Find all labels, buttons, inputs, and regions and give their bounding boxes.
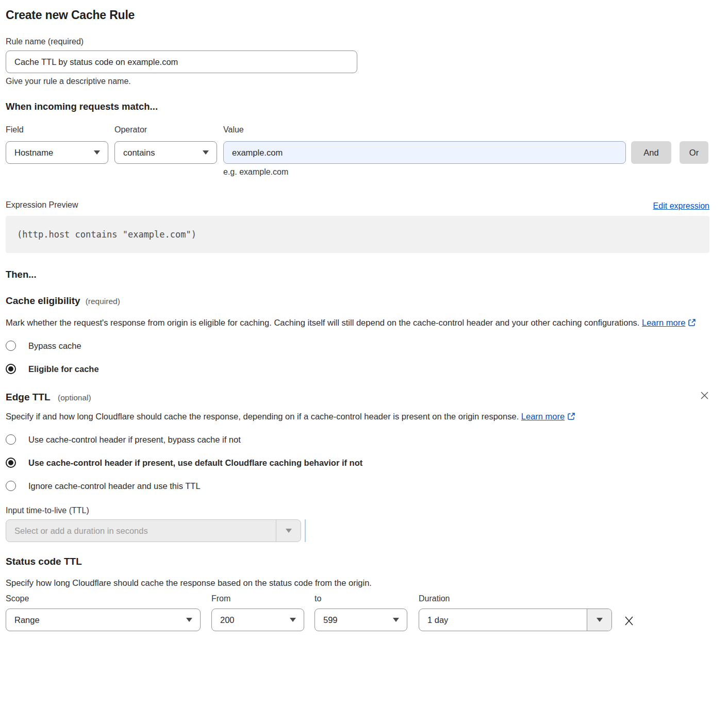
edge-ttl-option-ignore[interactable]: Ignore cache-control header and use this…	[6, 481, 709, 491]
ttl-duration-select[interactable]: Select or add a duration in seconds	[6, 519, 301, 542]
edge-ttl-heading-row: Edge TTL (optional)	[6, 391, 709, 403]
duration-select-value: 1 day	[419, 609, 587, 631]
status-code-ttl-description: Specify how long Cloudflare should cache…	[6, 576, 709, 590]
status-code-ttl-controls: Scope Range From 200 to 599 Duration 1 d…	[6, 593, 709, 631]
edge-ttl-heading: Edge TTL	[6, 392, 51, 402]
edit-expression-link[interactable]: Edit expression	[653, 201, 709, 211]
from-column: From 200	[211, 593, 304, 631]
close-icon	[700, 391, 709, 400]
scope-column: Scope Range	[6, 593, 201, 631]
edge-ttl-option-bypass[interactable]: Use cache-control header if present, byp…	[6, 434, 709, 445]
chevron-down-icon	[393, 618, 399, 622]
cache-eligibility-heading: Cache eligibility	[6, 295, 80, 307]
chevron-down-icon[interactable]	[276, 520, 301, 542]
close-icon	[623, 615, 635, 627]
field-select[interactable]: Hostname	[6, 141, 108, 164]
match-heading: When incoming requests match...	[6, 100, 709, 113]
ttl-input-label: Input time-to-live (TTL)	[6, 505, 709, 516]
edge-ttl-close-button[interactable]	[700, 391, 709, 400]
eligible-for-cache-option[interactable]: Eligible for cache	[6, 364, 709, 374]
duration-select[interactable]: 1 day	[419, 609, 612, 631]
bypass-cache-option[interactable]: Bypass cache	[6, 341, 709, 351]
chevron-down-icon	[290, 618, 296, 622]
cache-eligibility-description-text: Mark whether the request's response from…	[6, 318, 639, 327]
cache-eligibility-description: Mark whether the request's response from…	[6, 315, 699, 330]
edge-ttl-description: Specify if and how long Cloudflare shoul…	[6, 409, 588, 424]
match-labels-row: Field Operator Value	[6, 124, 709, 136]
field-label: Field	[6, 124, 108, 136]
chevron-down-icon	[203, 150, 209, 155]
to-select[interactable]: 599	[315, 609, 407, 631]
operator-select-value: contains	[123, 148, 155, 158]
status-code-ttl-heading: Status code TTL	[6, 555, 82, 568]
learn-more-link[interactable]: Learn more	[642, 318, 685, 327]
status-code-ttl-heading-row: Status code TTL	[6, 555, 709, 568]
radio-label: Eligible for cache	[28, 364, 99, 374]
radio-label: Bypass cache	[28, 341, 81, 351]
operator-select[interactable]: contains	[114, 141, 217, 164]
radio-label: Ignore cache-control header and use this…	[28, 481, 201, 491]
ttl-select-placeholder: Select or add a duration in seconds	[6, 520, 276, 542]
rule-name-help: Give your rule a descriptive name.	[6, 77, 709, 86]
chevron-down-icon	[286, 529, 292, 533]
learn-more-link[interactable]: Learn more	[521, 412, 565, 421]
expression-preview-row: Expression Preview Edit expression	[6, 199, 709, 211]
radio-label: Use cache-control header if present, byp…	[28, 435, 241, 445]
rule-name-input[interactable]	[6, 50, 357, 73]
to-label: to	[315, 593, 407, 604]
then-heading: Then...	[6, 268, 709, 281]
and-button[interactable]: And	[631, 141, 671, 164]
from-select[interactable]: 200	[211, 609, 304, 631]
create-cache-rule-form: Create new Cache Rule Rule name (require…	[6, 0, 709, 644]
scope-select-value: Range	[14, 615, 40, 625]
radio-label: Use cache-control header if present, use…	[28, 458, 362, 468]
chevron-down-icon	[597, 618, 603, 622]
match-controls-row: Hostname contains And Or	[6, 141, 709, 164]
to-column: to 599	[315, 593, 407, 631]
scope-label: Scope	[6, 593, 201, 604]
from-label: From	[211, 593, 304, 604]
to-select-value: 599	[323, 615, 338, 625]
chevron-down-icon[interactable]	[587, 609, 611, 631]
remove-status-code-row-button[interactable]	[623, 615, 635, 627]
duration-label: Duration	[419, 593, 612, 604]
value-label: Value	[223, 124, 626, 136]
radio-checked-icon[interactable]	[6, 458, 16, 468]
scope-select[interactable]: Range	[6, 609, 201, 631]
chevron-down-icon	[186, 618, 192, 622]
required-tag: (required)	[86, 297, 120, 306]
expression-code-block: (http.host contains "example.com")	[6, 216, 709, 253]
edge-ttl-heading-group: Edge TTL (optional)	[6, 391, 91, 403]
value-hint: e.g. example.com	[223, 167, 709, 177]
external-link-icon	[688, 318, 696, 327]
value-input[interactable]	[223, 141, 626, 164]
radio-checked-icon[interactable]	[6, 364, 16, 374]
radio-unchecked-icon[interactable]	[6, 341, 16, 351]
edge-ttl-description-text: Specify if and how long Cloudflare shoul…	[6, 412, 519, 421]
duration-column: Duration 1 day	[419, 593, 612, 631]
operator-label: Operator	[114, 124, 217, 136]
expression-preview-label: Expression Preview	[6, 199, 78, 211]
focus-indicator-bar	[305, 519, 306, 542]
radio-unchecked-icon[interactable]	[6, 481, 16, 491]
expression-code: (http.host contains "example.com")	[17, 229, 196, 240]
ttl-select-row: Select or add a duration in seconds	[6, 519, 709, 542]
radio-unchecked-icon[interactable]	[6, 434, 16, 445]
from-select-value: 200	[220, 615, 235, 625]
page-title: Create new Cache Rule	[6, 8, 709, 22]
rule-name-label: Rule name (required)	[6, 36, 709, 47]
external-link-icon	[567, 412, 575, 420]
cache-eligibility-heading-row: Cache eligibility (required)	[6, 295, 709, 307]
chevron-down-icon	[94, 150, 100, 155]
optional-tag: (optional)	[58, 393, 91, 402]
or-button[interactable]: Or	[680, 141, 708, 164]
edge-ttl-option-default[interactable]: Use cache-control header if present, use…	[6, 458, 709, 468]
field-select-value: Hostname	[14, 148, 53, 158]
